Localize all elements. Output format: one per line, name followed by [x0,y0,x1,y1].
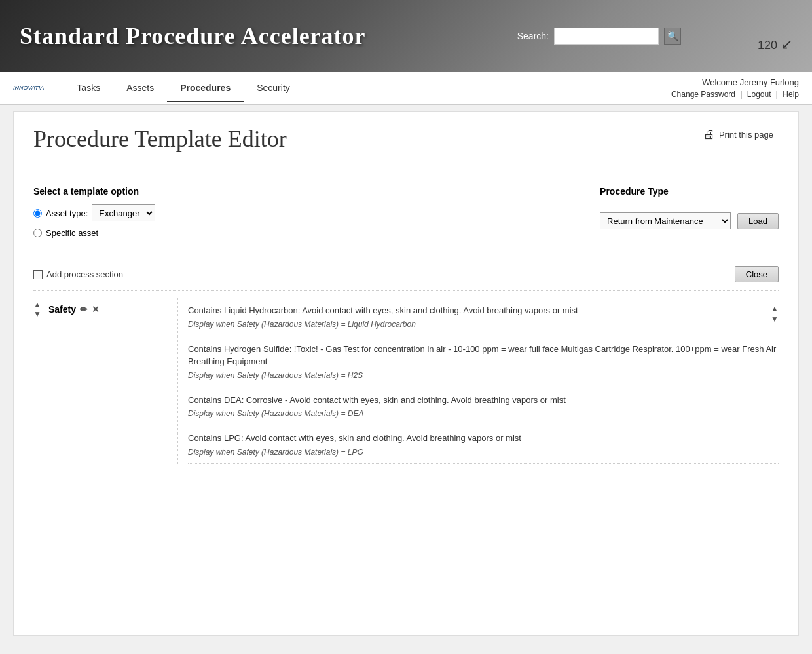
safety-item: Contains DEA: Corrosive - Avoid contact … [188,387,779,426]
change-password-link[interactable]: Change Password [671,90,735,99]
app-title: Standard Procedure Accelerator [20,22,366,50]
welcome-message: Welcome Jeremy Furlong [671,77,799,87]
page-number-annotation: 120 ↙ [758,36,792,53]
user-actions: Change Password | Logout | Help [671,90,799,99]
add-process-row: Add process section Close [33,258,779,291]
safety-item-condition: Display when Safety (Hazardous Materials… [188,448,779,457]
safety-edit-icon[interactable]: ✏ [80,304,88,315]
search-label: Search: [517,31,549,41]
asset-type-label: Asset type: [46,208,88,218]
radio-group: Asset type: Exchanger Specific asset [33,204,155,238]
checkbox-icon [33,270,43,279]
safety-item-text: Contains DEA: Corrosive - Avoid contact … [188,394,779,407]
close-button[interactable]: Close [735,266,779,282]
safety-item: Contains Liquid Hydrocarbon: Avoid conta… [188,298,779,336]
search-area: Search: 🔍 [517,28,681,45]
safety-move-up-arrow[interactable]: ▲ [33,301,41,309]
safety-delete-icon[interactable]: ✕ [92,304,100,315]
safety-item: Contains Hydrogen Sulfide: !Toxic! - Gas… [188,336,779,387]
safety-item-text: Contains LPG: Avoid contact with eyes, s… [188,432,779,445]
logo-name: INNOVATIA [13,85,44,92]
specific-asset-option: Specific asset [33,228,155,238]
search-button[interactable]: 🔍 [664,28,681,45]
safety-item-condition: Display when Safety (Hazardous Materials… [188,320,779,329]
search-input[interactable] [554,28,659,45]
company-logo: INNOVATIA [13,85,44,92]
safety-label: Safety [48,304,76,315]
page-title: Procedure Template Editor [33,125,287,153]
printer-icon: 🖨 [703,128,715,142]
user-info: Welcome Jeremy Furlong Change Password |… [671,77,799,99]
safety-section: ▲ ▼ Safety ✏ ✕ Contains Liquid Hydrocarb… [33,298,779,464]
specific-asset-label: Specific asset [46,228,98,238]
asset-type-radio[interactable] [33,209,42,218]
add-process-label: Add process section [46,269,123,279]
page-header: Procedure Template Editor 🖨 Print this p… [33,125,779,163]
select-template-label: Select a template option [33,186,155,197]
nav-assets[interactable]: Assets [113,75,167,102]
safety-header: ▲ ▼ Safety ✏ ✕ [33,301,164,318]
specific-asset-radio[interactable] [33,229,42,237]
template-option-group: Select a template option Asset type: Exc… [33,186,155,238]
item-1-up-arrow[interactable]: ▲ [771,304,779,313]
nav-procedures[interactable]: Procedures [167,75,244,102]
procedure-type-label: Procedure Type [600,186,779,197]
asset-type-select[interactable]: Exchanger [92,204,155,221]
safety-content: Contains Liquid Hydrocarbon: Avoid conta… [177,298,779,464]
print-button[interactable]: 🖨 Print this page [698,125,779,144]
nav-security[interactable]: Security [244,75,303,102]
template-form-section: Select a template option Asset type: Exc… [33,176,779,248]
safety-item-1-controls: ▲ ▼ [771,304,779,324]
navbar: INNOVATIA Tasks Assets Procedures Securi… [0,72,812,105]
main-content: Procedure Template Editor 🖨 Print this p… [13,111,799,636]
load-button[interactable]: Load [737,213,779,229]
safety-item: Contains LPG: Avoid contact with eyes, s… [188,425,779,464]
safety-item-condition: Display when Safety (Hazardous Materials… [188,371,779,380]
asset-type-option: Asset type: Exchanger [33,204,155,221]
safety-move-arrows: ▲ ▼ [33,301,41,318]
safety-left-panel: ▲ ▼ Safety ✏ ✕ [33,298,177,464]
add-process-link[interactable]: Add process section [33,269,123,279]
safety-item-condition: Display when Safety (Hazardous Materials… [188,409,779,418]
item-1-down-arrow[interactable]: ▼ [771,315,779,324]
safety-item-text: Contains Liquid Hydrocarbon: Avoid conta… [188,304,779,317]
safety-item-text: Contains Hydrogen Sulfide: !Toxic! - Gas… [188,343,779,368]
safety-move-down-arrow[interactable]: ▼ [33,310,41,318]
header: Standard Procedure Accelerator Search: 🔍 [0,0,812,72]
nav-tasks[interactable]: Tasks [64,75,113,102]
procedure-type-group: Procedure Type Return from Maintenance L… [600,186,779,229]
logout-link[interactable]: Logout [747,90,771,99]
help-link[interactable]: Help [783,90,799,99]
procedure-type-select[interactable]: Return from Maintenance [600,212,731,229]
print-label: Print this page [719,130,773,140]
